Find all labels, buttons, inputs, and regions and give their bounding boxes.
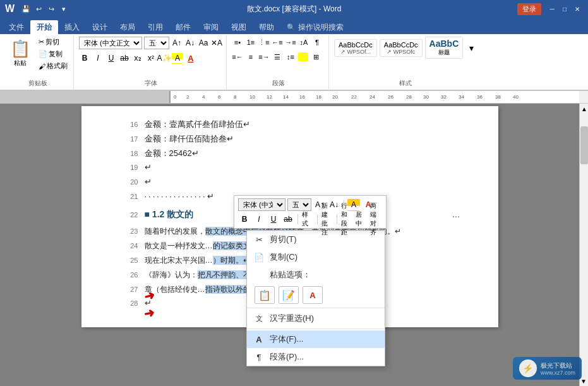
subscript-button[interactable]: x₂ bbox=[132, 52, 143, 64]
font-label: 字体(F)... bbox=[270, 334, 378, 345]
border-button[interactable]: ⊞ bbox=[310, 51, 321, 63]
mini-font-name-select[interactable]: 宋体 (中文 bbox=[238, 198, 285, 211]
ruler-content: 0 2 4 6 8 10 12 14 16 18 20 22 24 26 28 … bbox=[171, 91, 579, 103]
undo-icon[interactable]: ↩ bbox=[33, 4, 44, 14]
tab-home[interactable]: 开始 bbox=[30, 20, 58, 34]
clipboard-group-label: 剪贴板 bbox=[28, 78, 47, 88]
highlight-button[interactable]: A bbox=[172, 52, 183, 64]
align-left-button[interactable]: ≡← bbox=[232, 51, 243, 63]
clipboard-content: 📋 粘贴 ✂ 剪切 📄 复制 🖌 格式刷 bbox=[6, 37, 69, 78]
tab-file[interactable]: 文件 bbox=[3, 20, 30, 34]
ctx-menu-item-para[interactable]: ¶ 段落(P)... bbox=[247, 348, 385, 366]
tab-insert[interactable]: 插入 bbox=[58, 20, 86, 34]
mini-style-button[interactable]: 样式 bbox=[301, 213, 314, 226]
font-grow-button[interactable]: A↑ bbox=[171, 37, 183, 49]
numbering-button[interactable]: 1≡ bbox=[245, 37, 256, 48]
tab-mailings[interactable]: 邮件 bbox=[169, 20, 197, 34]
line-spacing-button[interactable]: ↕≡ bbox=[285, 51, 296, 63]
mini-italic-button[interactable]: I bbox=[253, 213, 265, 226]
bullets-button[interactable]: ≡• bbox=[232, 37, 243, 48]
underline-button[interactable]: U bbox=[105, 52, 117, 64]
title-bar-left: W 💾 ↩ ↪ ▾ bbox=[5, 3, 69, 15]
mini-justify-button[interactable]: 两端对齐 bbox=[369, 213, 382, 226]
ruler-left-margin bbox=[0, 91, 171, 103]
clear-format-button[interactable]: ✕A bbox=[211, 37, 222, 49]
style-normal[interactable]: AaBbCcDc ↗ WPSOf... bbox=[334, 39, 377, 57]
scroll-up-button[interactable]: ▲ bbox=[580, 104, 588, 114]
font-size-select[interactable]: 五号 四号 三号 bbox=[144, 37, 169, 49]
styles-gallery: AaBbCcDc ↗ WPSOf... AaBbCcDc ↗ WPSOfc Aa… bbox=[334, 37, 477, 59]
cut-button[interactable]: ✂ 剪切 bbox=[37, 37, 69, 47]
font-shrink-button[interactable]: A↓ bbox=[184, 37, 196, 49]
ctx-menu-item-font[interactable]: A 字体(F)... bbox=[247, 330, 385, 348]
increase-indent-button[interactable]: →≡ bbox=[285, 37, 296, 48]
tab-help[interactable]: 帮助 bbox=[253, 20, 280, 34]
ruler-mark-6: 6 bbox=[218, 94, 220, 100]
tab-design[interactable]: 设计 bbox=[86, 20, 114, 34]
align-center-button[interactable]: ≡ bbox=[245, 51, 256, 63]
decrease-indent-button[interactable]: ←≡ bbox=[272, 37, 283, 48]
change-case-button[interactable]: Aa bbox=[198, 37, 209, 49]
font-color-button[interactable]: A bbox=[185, 52, 196, 64]
format-painter-button[interactable]: 🖌 格式刷 bbox=[37, 61, 69, 71]
paste-merge-format-button[interactable]: 📝 bbox=[279, 286, 299, 304]
customize-icon[interactable]: ▾ bbox=[59, 4, 69, 14]
superscript-button[interactable]: x² bbox=[145, 52, 157, 64]
tab-search[interactable]: 🔍 操作说明搜索 bbox=[280, 20, 350, 34]
font-row-1: 宋体 (中文正文) 五号 四号 三号 A↑ A↓ Aa ✕A bbox=[79, 37, 222, 49]
multilevel-button[interactable]: ⋮≡ bbox=[258, 37, 270, 48]
vertical-scrollbar[interactable]: ▲ ▼ bbox=[579, 104, 588, 386]
scroll-thumb[interactable] bbox=[580, 126, 588, 164]
mini-font-size-select[interactable]: 五号 bbox=[287, 198, 311, 211]
mini-strikethrough-button[interactable]: ab bbox=[282, 213, 294, 226]
paste-text-only-button[interactable]: A bbox=[303, 286, 323, 304]
styles-more-button[interactable]: ▾ bbox=[465, 42, 477, 54]
text-effect-button[interactable]: A✨ bbox=[159, 52, 170, 64]
sort-button[interactable]: ↕A bbox=[298, 37, 309, 48]
tab-review[interactable]: 审阅 bbox=[197, 20, 225, 34]
save-icon[interactable]: 💾 bbox=[21, 4, 31, 14]
paste-keep-source-button[interactable]: 📋 bbox=[255, 286, 275, 304]
mini-center-button[interactable]: 居中 bbox=[355, 213, 368, 226]
shading-button[interactable] bbox=[298, 52, 308, 61]
doc-line-16: 16 金额：壹萬贰仟叁佰肆拾伍↵ bbox=[119, 119, 460, 133]
justify-button[interactable]: ☰ bbox=[272, 51, 283, 63]
tab-view[interactable]: 视图 bbox=[225, 20, 253, 34]
font-name-select[interactable]: 宋体 (中文正文) bbox=[79, 37, 142, 49]
style-no-space[interactable]: AaBbCcDc ↗ WPSOfc bbox=[380, 39, 423, 57]
mini-toolbar-row-1: 宋体 (中文 五号 A↑ A↓ A A bbox=[238, 198, 382, 211]
mini-new-comment-button[interactable]: 新建批注 bbox=[321, 213, 333, 226]
mini-line-space-button[interactable]: 行和段距 bbox=[340, 213, 353, 226]
mini-underline-button[interactable]: U bbox=[267, 213, 280, 226]
align-right-button[interactable]: ≡→ bbox=[258, 51, 270, 63]
strikethrough-button[interactable]: ab bbox=[119, 52, 130, 64]
minimize-button[interactable]: ─ bbox=[546, 4, 558, 13]
hanzi-icon: 文 bbox=[253, 313, 265, 324]
redo-icon[interactable]: ↪ bbox=[46, 4, 56, 14]
style-heading[interactable]: AaBbC 标题 bbox=[425, 37, 464, 59]
doc-line-19: 19 ↵ bbox=[119, 162, 460, 176]
italic-button[interactable]: I bbox=[92, 52, 104, 64]
para-label: 段落(P)... bbox=[270, 351, 378, 363]
bold-button[interactable]: B bbox=[79, 52, 90, 64]
mini-bold-button[interactable]: B bbox=[238, 213, 251, 226]
ctx-menu-item-hanzi[interactable]: 文 汉字重选(H) bbox=[247, 310, 385, 327]
tab-references[interactable]: 引用 bbox=[141, 20, 169, 34]
close-button[interactable]: ✕ bbox=[572, 4, 583, 13]
ctx-menu-item-copy[interactable]: 📄 复制(C) bbox=[247, 248, 385, 266]
show-hide-button[interactable]: ¶ bbox=[311, 37, 323, 48]
copy-button[interactable]: 📄 复制 bbox=[37, 49, 69, 59]
login-button[interactable]: 登录 bbox=[517, 3, 541, 15]
clipboard-small-buttons: ✂ 剪切 📄 复制 🖌 格式刷 bbox=[37, 37, 69, 71]
tab-layout[interactable]: 布局 bbox=[114, 20, 141, 34]
maximize-button[interactable]: □ bbox=[559, 4, 570, 13]
paste-button[interactable]: 📋 粘贴 bbox=[6, 37, 34, 70]
doc-line-20: 20 ↵ bbox=[119, 177, 460, 191]
format-painter-icon: 🖌 bbox=[39, 63, 45, 70]
word-icon: W bbox=[5, 3, 15, 15]
ctx-menu-item-cut[interactable]: ✂ 剪切(T) bbox=[247, 231, 385, 248]
paragraph-group: ≡• 1≡ ⋮≡ ←≡ →≡ ↕A ¶ ≡← ≡ ≡→ ☰ ↕≡ ⊞ 段落 bbox=[228, 35, 329, 89]
format-painter-label: 格式刷 bbox=[47, 61, 68, 71]
ribbon-bottom-border bbox=[0, 90, 588, 90]
font-group-content: 宋体 (中文正文) 五号 四号 三号 A↑ A↓ Aa ✕A B I U ab … bbox=[79, 37, 222, 78]
